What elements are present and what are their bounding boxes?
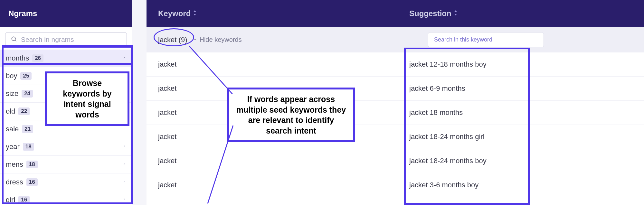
suggestion-search-input[interactable] — [428, 32, 544, 47]
table-header: Keyword Suggestion — [147, 0, 644, 27]
ngram-label: girl — [6, 196, 15, 204]
hide-keywords-label: Hide keywords — [199, 36, 242, 43]
ngram-list: months26boy25size24old22sale21year18mens… — [0, 50, 132, 205]
ngram-count-badge: 16 — [26, 178, 38, 186]
ngram-label: dress — [6, 178, 23, 186]
hide-keywords-button[interactable]: Hide keywords — [193, 36, 242, 43]
table-row[interactable]: jacketjacket 18-24 months girl — [147, 125, 644, 149]
ngram-label: sale — [6, 125, 19, 133]
ngram-count-badge: 18 — [26, 161, 38, 168]
ngram-item[interactable]: old22 — [0, 103, 132, 120]
sort-icon — [453, 10, 458, 17]
ngram-item[interactable]: girl16 — [0, 191, 132, 205]
suggestion-cell: jacket 18 months — [409, 108, 632, 117]
chevron-right-icon — [122, 196, 126, 204]
ngram-label: old — [6, 107, 15, 116]
ngram-item[interactable]: year18 — [0, 138, 132, 156]
column-header-suggestion-label: Suggestion — [409, 9, 451, 18]
keyword-cell: jacket — [158, 157, 409, 165]
table-row[interactable]: jacketjacket 12-18 months boy — [147, 52, 644, 77]
keyword-cell: jacket — [158, 60, 409, 69]
ngram-item[interactable]: size24 — [0, 85, 132, 103]
suggestion-cell: jacket 18-24 months boy — [409, 157, 632, 165]
column-header-keyword-label: Keyword — [158, 9, 191, 18]
ngram-count-badge: 22 — [18, 107, 30, 115]
ngram-label: months — [6, 54, 29, 62]
suggestion-cell: jacket 6-9 months — [409, 84, 632, 93]
table-row[interactable]: jacketjacket 3-6 months boy — [147, 173, 644, 197]
ngram-item[interactable]: boy25 — [0, 67, 132, 85]
svg-point-0 — [12, 37, 15, 41]
keyword-cell: jacket — [158, 108, 409, 117]
suggestion-cell: jacket 12-18 months boy — [409, 60, 632, 69]
ngram-label: boy — [6, 72, 17, 80]
sidebar-title: Ngrams — [0, 0, 132, 27]
sort-icon — [193, 10, 197, 17]
ngram-item[interactable]: mens18 — [0, 156, 132, 173]
search-ngrams-container[interactable] — [5, 32, 127, 47]
keyword-cell: jacket — [158, 84, 409, 93]
table-row[interactable]: jacketjacket 9-12 months — [147, 197, 644, 205]
ngram-label: mens — [6, 160, 23, 169]
ngram-count-badge: 16 — [18, 196, 30, 204]
suggestion-search-container — [428, 32, 544, 47]
ngrams-sidebar: Ngrams months26boy25size24old22sale21yea… — [0, 0, 132, 205]
chevron-up-icon — [193, 36, 197, 43]
table-row[interactable]: jacketjacket 6-9 months — [147, 77, 644, 101]
chevron-right-icon — [122, 55, 126, 62]
table-subheader: jacket (9) Hide keywords — [147, 27, 644, 52]
ngram-item[interactable]: dress16 — [0, 173, 132, 191]
ngram-label: year — [6, 143, 20, 151]
ngram-label: size — [6, 89, 18, 98]
svg-line-1 — [15, 40, 16, 42]
ngram-count-badge: 21 — [22, 125, 33, 133]
keyword-group-label: jacket (9) — [158, 36, 187, 44]
table-row[interactable]: jacketjacket 18-24 months boy — [147, 149, 644, 173]
ngram-count-badge: 24 — [22, 90, 33, 98]
column-header-suggestion[interactable]: Suggestion — [409, 9, 632, 18]
main-panel: Keyword Suggestion jacket (9) Hide keywo… — [147, 0, 644, 205]
ngram-count-badge: 25 — [20, 72, 32, 80]
keyword-cell: jacket — [158, 181, 409, 189]
chevron-right-icon — [122, 143, 126, 151]
chevron-right-icon — [122, 179, 126, 186]
column-header-keyword[interactable]: Keyword — [158, 9, 409, 18]
ngram-count-badge: 26 — [32, 54, 43, 62]
ngram-item[interactable]: sale21 — [0, 120, 132, 138]
search-ngrams-input[interactable] — [21, 36, 121, 43]
suggestion-cell: jacket 18-24 months girl — [409, 133, 632, 141]
table-rows: jacketjacket 12-18 months boyjacketjacke… — [147, 52, 644, 205]
ngram-count-badge: 18 — [23, 143, 34, 151]
table-row[interactable]: jacketjacket 18 months — [147, 101, 644, 125]
chevron-right-icon — [122, 161, 126, 168]
search-icon — [11, 36, 17, 43]
keyword-cell: jacket — [158, 133, 409, 141]
suggestion-cell: jacket 3-6 months boy — [409, 181, 632, 189]
ngram-item[interactable]: months26 — [0, 50, 132, 67]
